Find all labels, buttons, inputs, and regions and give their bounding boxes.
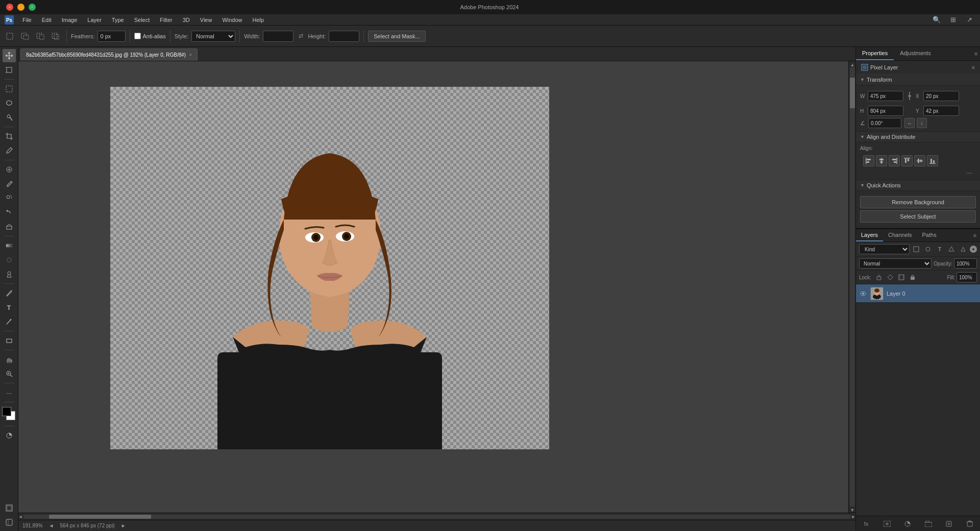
menu-type[interactable]: Type: [108, 16, 128, 24]
tool-clone[interactable]: [3, 191, 16, 205]
blend-mode-select[interactable]: Normal Multiply Screen: [859, 258, 932, 269]
select-mask-button[interactable]: Select and Mask...: [368, 31, 426, 42]
shape-filter-icon[interactable]: [946, 244, 957, 254]
scroll-right-button[interactable]: ►: [851, 515, 855, 519]
style-select[interactable]: Normal Fixed Ratio Fixed Size: [191, 31, 235, 42]
tool-new-selection[interactable]: [3, 30, 16, 43]
window-controls[interactable]: × − +: [6, 4, 36, 11]
workspace-icon[interactable]: ⊞: [946, 13, 960, 27]
document-tab[interactable]: 8a2b6385af57bbc85690fed48431d255.jpg @ 1…: [20, 49, 198, 61]
menu-3d[interactable]: 3D: [179, 16, 194, 24]
align-left-button[interactable]: [863, 155, 874, 166]
adjustment-filter-icon[interactable]: [923, 244, 933, 254]
transform-y-input[interactable]: [923, 106, 959, 116]
tool-brush[interactable]: [3, 177, 16, 190]
foreground-color[interactable]: [2, 407, 11, 416]
status-nav-right[interactable]: ►: [121, 523, 126, 528]
tab-close-button[interactable]: ×: [189, 52, 192, 58]
quick-actions-section-title[interactable]: ▼ Quick Actions: [856, 180, 980, 191]
tool-rectangle-shape[interactable]: [3, 334, 16, 347]
close-button[interactable]: ×: [6, 4, 13, 11]
scroll-thumb-horizontal[interactable]: [49, 515, 151, 519]
tool-dodge[interactable]: [3, 268, 16, 281]
tool-frame[interactable]: [3, 501, 16, 515]
tool-path-select[interactable]: [3, 315, 16, 328]
canvas[interactable]: [110, 87, 549, 449]
tab-paths[interactable]: Paths: [917, 229, 942, 242]
tool-eraser[interactable]: [3, 220, 16, 233]
align-right-button[interactable]: [889, 155, 900, 166]
align-center-h-button[interactable]: [876, 155, 887, 166]
delete-layer-icon[interactable]: [965, 519, 974, 528]
tool-zoom[interactable]: [3, 367, 16, 380]
tool-hand[interactable]: [3, 353, 16, 366]
create-group-icon[interactable]: [924, 519, 933, 528]
minimize-button[interactable]: −: [17, 4, 24, 11]
lock-artboard-icon[interactable]: [897, 273, 906, 282]
height-input[interactable]: [329, 31, 359, 42]
swap-dimensions-icon[interactable]: ⇄: [296, 31, 306, 41]
create-new-layer-icon[interactable]: [944, 519, 953, 528]
tool-lasso[interactable]: [3, 96, 16, 110]
status-nav-left[interactable]: ◄: [48, 523, 54, 528]
tool-text[interactable]: T: [3, 301, 16, 314]
angle-input[interactable]: [868, 118, 901, 128]
filter-toggle-button[interactable]: ●: [970, 246, 977, 253]
pixel-filter-icon[interactable]: [911, 244, 921, 254]
tool-marquee-rect[interactable]: [3, 82, 16, 95]
more-options-icon[interactable]: ···: [860, 168, 976, 177]
opacity-input[interactable]: [954, 258, 977, 269]
layers-kind-filter[interactable]: Kind: [859, 244, 910, 254]
align-top-button[interactable]: [901, 155, 913, 166]
tool-more[interactable]: ···: [3, 386, 16, 399]
flip-vertical-button[interactable]: ↕: [917, 118, 927, 128]
menu-layer[interactable]: Layer: [83, 16, 106, 24]
share-icon[interactable]: ↗: [963, 13, 976, 27]
tool-pen[interactable]: [3, 286, 16, 300]
tool-history-brush[interactable]: [3, 206, 16, 219]
menu-help[interactable]: Help: [249, 16, 268, 24]
tab-layers[interactable]: Layers: [856, 229, 883, 242]
tab-properties[interactable]: Properties: [856, 47, 894, 60]
tool-magic-wand[interactable]: [3, 111, 16, 124]
scroll-track-horizontal[interactable]: [23, 515, 850, 519]
layer-visibility-toggle[interactable]: [859, 289, 867, 298]
smart-filter-icon[interactable]: [958, 244, 968, 254]
menu-image[interactable]: Image: [58, 16, 82, 24]
tool-quick-mask[interactable]: [3, 429, 16, 442]
horizontal-scrollbar[interactable]: ◄ ►: [18, 513, 855, 520]
align-bottom-button[interactable]: [927, 155, 938, 166]
align-section-title[interactable]: ▼ Align and Distribute: [856, 132, 980, 142]
scroll-up-button[interactable]: ▲: [850, 62, 854, 66]
add-mask-icon[interactable]: [883, 519, 892, 528]
layer-item[interactable]: Layer 0: [856, 284, 980, 303]
tab-adjustments[interactable]: Adjustments: [894, 47, 937, 60]
tool-intersect-selection[interactable]: [49, 30, 62, 43]
layers-panel-menu[interactable]: ≡: [972, 229, 980, 242]
tool-move[interactable]: [3, 49, 16, 62]
scroll-left-button[interactable]: ◄: [18, 515, 22, 519]
tool-gradient[interactable]: [3, 239, 16, 252]
maximize-button[interactable]: +: [29, 4, 36, 11]
transform-x-input[interactable]: [923, 91, 959, 101]
scroll-track-vertical[interactable]: [850, 67, 855, 506]
vertical-scrollbar[interactable]: ▲ ▼: [848, 61, 855, 513]
tool-artboard[interactable]: [3, 63, 16, 77]
lock-all-icon[interactable]: [908, 273, 917, 282]
tool-subtract-selection[interactable]: [34, 30, 47, 43]
fill-input[interactable]: [957, 272, 977, 282]
tool-blur[interactable]: [3, 253, 16, 267]
menu-view[interactable]: View: [196, 16, 216, 24]
tool-heal[interactable]: [3, 163, 16, 176]
lock-position-icon[interactable]: [886, 273, 895, 282]
tool-eyedropper[interactable]: [3, 144, 16, 157]
transform-section-title[interactable]: ▼ Transform: [856, 75, 980, 85]
lock-pixels-icon[interactable]: [874, 273, 884, 282]
transform-height-input[interactable]: [868, 106, 903, 116]
anti-alias-checkbox[interactable]: [134, 33, 141, 39]
transform-width-input[interactable]: [868, 91, 903, 101]
add-layer-style-icon[interactable]: fx: [862, 519, 871, 528]
panel-menu-icon[interactable]: ≡: [972, 47, 980, 60]
menu-window[interactable]: Window: [218, 16, 246, 24]
tool-extras[interactable]: [3, 516, 16, 529]
